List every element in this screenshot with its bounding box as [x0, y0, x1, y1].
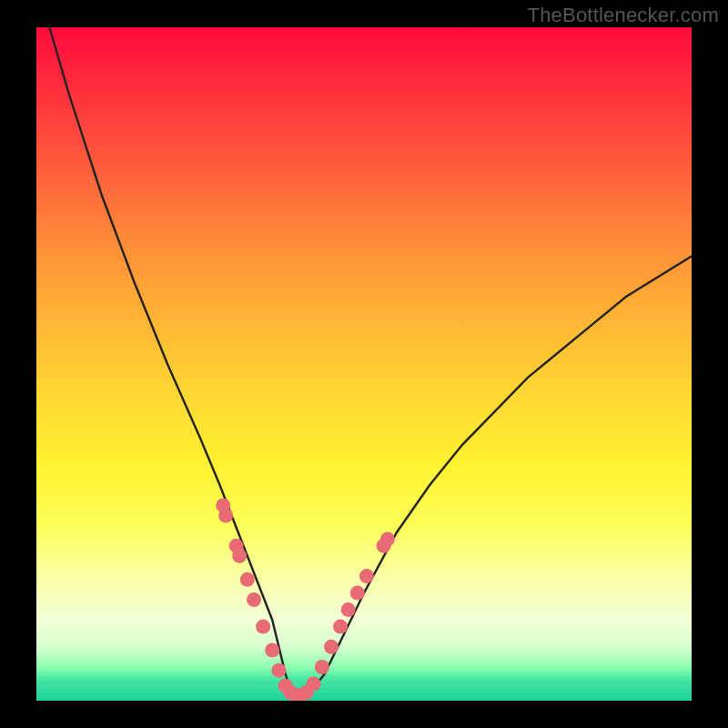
curve-marker — [315, 660, 329, 674]
curve-marker — [256, 620, 270, 634]
curve-marker — [240, 572, 255, 587]
curve-marker — [307, 677, 321, 692]
curve-marker — [359, 569, 374, 583]
curve-marker — [232, 549, 247, 563]
curve-marker — [271, 663, 286, 678]
plot-area — [36, 27, 692, 701]
curve-marker — [265, 643, 279, 658]
bottleneck-curve — [49, 27, 692, 697]
bottleneck-curve-svg — [36, 27, 692, 701]
curve-marker — [247, 592, 261, 607]
attribution-label: TheBottlenecker.com — [528, 4, 719, 27]
curve-marker — [218, 509, 233, 523]
curve-marker — [341, 602, 356, 617]
curve-marker — [333, 620, 348, 634]
curve-marker — [380, 531, 395, 546]
curve-marker — [350, 586, 365, 601]
curve-markers — [216, 498, 395, 701]
curve-marker — [324, 640, 339, 654]
chart-frame: TheBottlenecker.com — [0, 0, 728, 728]
